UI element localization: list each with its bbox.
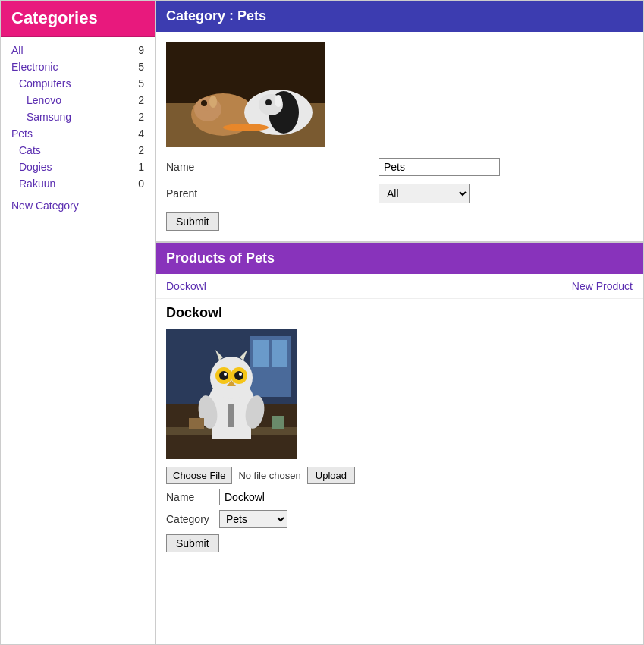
sidebar-link-dogies[interactable]: Dogies	[19, 161, 52, 173]
sidebar-count-all: 9	[138, 44, 144, 56]
sidebar-item-all[interactable]: All 9	[1, 42, 155, 58]
category-header: Category : Pets	[156, 1, 643, 32]
parent-select[interactable]: All Electronic Pets	[379, 184, 470, 203]
product-category-select[interactable]: Pets All Electronic	[219, 510, 287, 528]
parent-row: Parent All Electronic Pets	[166, 184, 633, 203]
main-content: Category : Pets	[156, 0, 644, 645]
svg-rect-25	[272, 340, 287, 367]
product-name-label: Name	[166, 491, 219, 503]
sidebar-link-rakuun[interactable]: Rakuun	[19, 178, 55, 190]
sidebar-count-samsung: 2	[138, 111, 144, 123]
product-category-label: Category	[166, 513, 219, 525]
file-upload-row: Choose File No file chosen Upload	[166, 467, 633, 484]
product-nav-link[interactable]: Dockowl	[166, 280, 206, 292]
svg-point-35	[234, 371, 243, 380]
category-image	[166, 42, 325, 147]
sidebar-item-samsung[interactable]: Samsung 2	[1, 109, 155, 125]
svg-rect-24	[253, 340, 269, 367]
no-file-text: No file chosen	[238, 470, 300, 481]
svg-point-8	[209, 96, 217, 108]
sidebar-header: Categories	[1, 1, 155, 37]
product-title: Dockowl	[166, 305, 633, 321]
choose-file-button[interactable]: Choose File	[166, 467, 232, 484]
sidebar: Categories All 9 Electronic 5 Computers …	[0, 0, 156, 645]
category-image-svg	[166, 42, 325, 147]
sidebar-count-dogies: 1	[138, 161, 144, 173]
sidebar-title: Categories	[11, 8, 98, 27]
sidebar-item-computers[interactable]: Computers 5	[1, 75, 155, 92]
svg-rect-42	[272, 416, 284, 429]
sidebar-item-lenovo[interactable]: Lenovo 2	[1, 92, 155, 109]
name-row: Name	[166, 158, 633, 176]
sidebar-count-electronic: 5	[138, 61, 144, 73]
sidebar-link-computers[interactable]: Computers	[19, 77, 71, 90]
product-image-svg	[166, 329, 297, 459]
sidebar-count-pets: 4	[138, 127, 144, 140]
sidebar-count-cats: 2	[138, 144, 144, 156]
product-image	[166, 329, 297, 459]
svg-rect-41	[189, 418, 204, 429]
svg-point-37	[239, 373, 242, 376]
product-item: Dockowl	[156, 299, 643, 563]
svg-point-12	[265, 99, 272, 105]
svg-point-13	[275, 95, 282, 107]
svg-point-36	[224, 373, 227, 376]
sidebar-item-pets[interactable]: Pets 4	[1, 125, 155, 142]
new-category-link[interactable]: New Category	[1, 197, 155, 215]
sidebar-item-dogies[interactable]: Dogies 1	[1, 159, 155, 175]
category-section: Name Parent All Electronic Pets Submit	[156, 32, 643, 241]
category-submit-button[interactable]: Submit	[166, 212, 219, 231]
sidebar-link-cats[interactable]: Cats	[19, 144, 41, 156]
product-submit-button[interactable]: Submit	[166, 534, 219, 552]
sidebar-count-computers: 5	[138, 77, 144, 90]
products-header: Products of Pets	[156, 243, 643, 274]
name-input[interactable]	[379, 158, 500, 176]
category-title: Category : Pets	[166, 8, 266, 24]
products-section: Products of Pets Dockowl New Product Doc…	[156, 241, 643, 563]
sidebar-item-cats[interactable]: Cats 2	[1, 142, 155, 159]
sidebar-item-electronic[interactable]: Electronic 5	[1, 58, 155, 75]
sidebar-link-pets[interactable]: Pets	[11, 127, 33, 140]
svg-rect-2	[166, 42, 325, 103]
sidebar-link-lenovo[interactable]: Lenovo	[27, 94, 61, 106]
svg-point-34	[219, 371, 228, 380]
name-label: Name	[166, 161, 379, 173]
sidebar-item-rakuun[interactable]: Rakuun 0	[1, 175, 155, 192]
parent-label: Parent	[166, 187, 379, 200]
product-category-row: Category Pets All Electronic	[166, 510, 633, 528]
sidebar-count-lenovo: 2	[138, 94, 144, 106]
products-nav: Dockowl New Product	[156, 274, 643, 299]
upload-button[interactable]: Upload	[307, 467, 355, 484]
product-name-input[interactable]	[219, 489, 325, 505]
svg-rect-28	[228, 404, 234, 427]
products-title: Products of Pets	[166, 250, 275, 266]
category-list: All 9 Electronic 5 Computers 5 Lenovo 2 …	[1, 37, 155, 197]
product-name-row: Name	[166, 489, 633, 505]
sidebar-link-electronic[interactable]: Electronic	[11, 61, 58, 73]
sidebar-count-rakuun: 0	[138, 178, 144, 190]
sidebar-link-samsung[interactable]: Samsung	[27, 111, 71, 123]
svg-point-7	[201, 100, 207, 106]
new-product-link[interactable]: New Product	[572, 280, 633, 292]
sidebar-link-all[interactable]: All	[11, 44, 24, 56]
